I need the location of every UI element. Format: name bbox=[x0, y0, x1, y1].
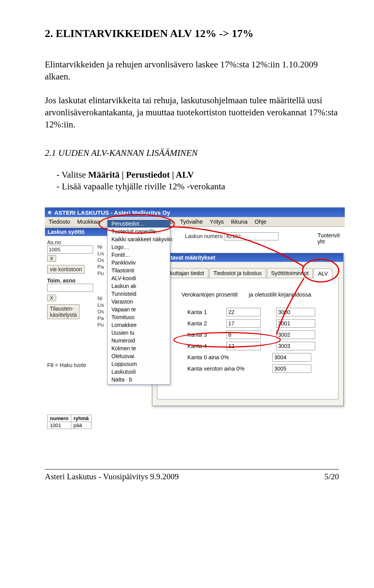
app-screenshot: ASTERI LASKUTUS - Asteri Malliyritys Oy … bbox=[45, 207, 345, 450]
footer-left: Asteri Laskutus - Vuosipäivitys 9.9.2009 bbox=[45, 472, 179, 482]
annotation-ellipse-kanta4 bbox=[173, 332, 281, 348]
annotation-ellipse-menu bbox=[99, 214, 175, 234]
annotation-lines bbox=[45, 208, 345, 450]
page-footer: Asteri Laskutus - Vuosipäivitys 9.9.2009… bbox=[45, 469, 339, 482]
paragraph-2: Jos laskutat elintarvikkeita tai rehuja,… bbox=[45, 94, 339, 131]
footer-right: 5/20 bbox=[325, 472, 339, 482]
annotation-ellipse-alv-tab bbox=[302, 259, 339, 283]
instruction-bold: Määritä | Perustiedot | ALV bbox=[88, 170, 194, 180]
instruction-text: Valitse bbox=[62, 170, 88, 180]
paragraph-1: Elintarvikkeiden ja rehujen arvonlisäver… bbox=[45, 58, 339, 83]
subheading: 2.1 UUDEN ALV-KANNAN LISÄÄMINEN bbox=[45, 148, 339, 158]
instruction-list: Valitse Määritä | Perustiedot | ALV Lisä… bbox=[56, 170, 339, 192]
instruction-item: Valitse Määritä | Perustiedot | ALV bbox=[56, 170, 339, 180]
instruction-item: Lisää vapaalle tyhjälle riville 12% -ver… bbox=[56, 182, 339, 192]
page-heading: 2. ELINTARVIKKEIDEN ALV 12% -> 17% bbox=[45, 27, 339, 40]
